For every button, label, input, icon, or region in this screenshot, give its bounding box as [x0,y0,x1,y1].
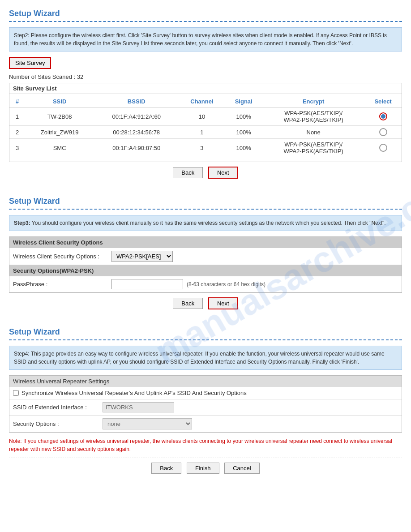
col-channel: Channel [179,96,225,107]
col-num: # [9,96,25,107]
table-row: 3 SMC 00:1F:A4:90:87:50 3 100% WPA-PSK(A… [9,139,402,157]
cell-channel: 10 [179,107,225,126]
security-options-label: Security Options : [13,420,103,427]
sync-label: Synchronize Wireless Universal Repeater'… [21,390,247,396]
passphrase-input[interactable] [111,279,183,289]
section2: Setup Wizard Step3: You should configure… [9,197,402,309]
col-signal: Signal [225,96,262,107]
ssid-row: SSID of Extended Interface : [9,399,402,415]
col-ssid: SSID [25,96,94,107]
cell-bssid: 00:28:12:34:56:78 [94,126,179,139]
radio-unselected-icon[interactable] [379,144,387,152]
col-encrypt: Encrypt [262,96,364,107]
radio-unselected-icon[interactable] [379,128,387,136]
passphrase-row: PassPhrase : (8-63 characters or 64 hex … [9,276,402,292]
note-text: Note: If you changed settings of wireles… [9,437,402,453]
passphrase-hint: (8-63 characters or 64 hex digits) [187,281,265,287]
security-options-select[interactable]: none [103,418,192,429]
table-row: 2 Zoltrix_ZW919 00:28:12:34:56:78 1 100%… [9,126,402,139]
section3-step-info: Step4: This page provides an easy way to… [9,346,402,370]
cell-encrypt: WPA-PSK(AES/TKIP)/WPA2-PSK(AES/TKIP) [262,107,364,126]
section2-title: Setup Wizard [9,197,402,206]
col-bssid: BSSID [94,96,179,107]
sync-checkbox-row: Synchronize Wireless Universal Repeater'… [9,387,402,399]
wireless-options-row: Wireless Client Security Options : WPA2-… [9,248,402,265]
security-section-header: Security Options(WPA2-PSK) [9,265,402,276]
cell-bssid: 00:1F:A4:90:87:50 [94,139,179,157]
cell-encrypt: WPA-PSK(AES/TKIP)/WPA2-PSK(AES/TKIP) [262,139,364,157]
section2-back-button[interactable]: Back [173,298,203,309]
table-row: 1 TW-2B08 00:1F:A4:91:2A:60 10 100% WPA-… [9,107,402,126]
section3-cancel-button[interactable]: Cancel [224,463,259,474]
section3-title: Setup Wizard [9,327,402,337]
cell-channel: 3 [179,139,225,157]
cell-select[interactable] [364,126,402,139]
cell-num: 2 [9,126,25,139]
col-select: Select [364,96,402,107]
section3-finish-button[interactable]: Finish [187,463,219,474]
cell-signal: 100% [225,107,262,126]
cell-ssid: SMC [25,139,94,157]
cell-signal: 100% [225,139,262,157]
ssid-input[interactable] [103,402,174,412]
section2-next-button[interactable]: Next [208,297,238,309]
section3-back-button[interactable]: Back [151,463,181,474]
cell-num: 3 [9,139,25,157]
wireless-label: Wireless Client Security Options : [13,253,111,260]
survey-table: # SSID BSSID Channel Signal Encrypt Sele… [9,96,402,157]
ssid-label: SSID of Extended Interface : [13,404,103,411]
section2-step-info: Step3: You should configure your wireles… [9,215,402,231]
wireless-security-select[interactable]: WPA2-PSK[AES] None WEP WPA-PSK[TKIP] WPA… [111,251,173,262]
cell-encrypt: None [262,126,364,139]
section1-next-button[interactable]: Next [208,167,238,179]
section2-btn-row: Back Next [9,297,402,309]
passphrase-label: PassPhrase : [13,281,111,287]
section3-btn-row: Back Finish Cancel [9,463,402,474]
section1-step-info: Step2: Please configure the wireless cli… [9,27,402,51]
wireless-section-header: Wireless Client Security Options [9,237,402,248]
cell-signal: 100% [225,126,262,139]
section3: Setup Wizard Step4: This page provides a… [9,327,402,474]
cell-ssid: TW-2B08 [25,107,94,126]
cell-channel: 1 [179,126,225,139]
cell-num: 1 [9,107,25,126]
section1-btn-row: Back Next [9,167,402,179]
section1: Setup Wizard Step2: Please configure the… [9,9,402,179]
survey-table-title: Site Survey List [9,83,402,94]
section1-back-button[interactable]: Back [173,167,203,178]
security-options-row: Security Options : none [9,415,402,432]
sites-scanned-label: Number of Sites Scaned : 32 [9,73,402,80]
cell-ssid: Zoltrix_ZW919 [25,126,94,139]
site-survey-button[interactable]: Site Survey [9,57,51,69]
repeater-header: Wireless Universal Repeater Settings [9,376,402,387]
cell-select[interactable] [364,107,402,126]
cell-bssid: 00:1F:A4:91:2A:60 [94,107,179,126]
cell-select[interactable] [364,139,402,157]
radio-selected-icon[interactable] [379,112,387,120]
sync-checkbox[interactable] [13,390,19,396]
section1-title: Setup Wizard [9,9,402,18]
repeater-section: Wireless Universal Repeater Settings Syn… [9,375,402,433]
